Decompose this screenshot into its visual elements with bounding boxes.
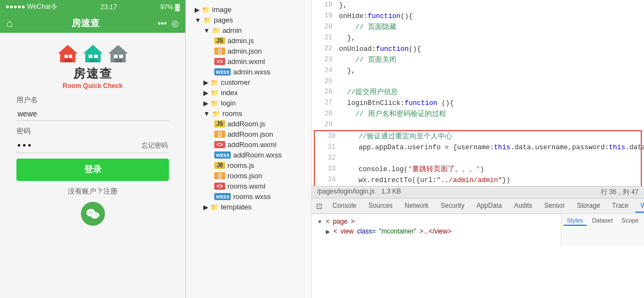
- tab-console[interactable]: Console: [327, 200, 362, 213]
- logo-area: 房速查 Room Quick Check: [57, 44, 129, 90]
- tree-item-admin-json[interactable]: {} admin.json: [186, 46, 311, 56]
- wxss-badge: wxss: [214, 151, 231, 159]
- home-icon[interactable]: ⌂: [7, 17, 13, 30]
- login-button[interactable]: 登录: [16, 159, 169, 181]
- code-line-31: 31 app.appData.userinfo = {username:this…: [315, 142, 641, 153]
- wxml-badge: <>: [214, 183, 225, 190]
- nav-icons: ••• ◎: [157, 18, 179, 28]
- status-battery: 97% ▓: [160, 3, 180, 11]
- tree-label: admin.wxss: [233, 68, 270, 76]
- js-badge: JS: [214, 120, 225, 127]
- code-line-28: 28 // 用户名和密码验证的过程: [312, 109, 644, 120]
- more-icon[interactable]: •••: [157, 19, 167, 28]
- wechat-icon[interactable]: [81, 202, 105, 226]
- code-line-22: 22 onUnload:function(){: [312, 44, 644, 55]
- wxml-badge: <>: [214, 58, 225, 65]
- register-text[interactable]: 没有账户？注册: [68, 186, 118, 196]
- chevron-right-icon: ▶: [203, 89, 208, 97]
- file-tree-panel: ▶ 📁 image ▼ 📁 pages ▼ 📁 admin JS admin.j…: [186, 0, 312, 298]
- styles-panel: Styles Dataset Scope: [561, 214, 644, 246]
- tab-sources[interactable]: Sources: [363, 200, 398, 213]
- highlight-block: 30 //验证通过重定向至个人中心 31 app.appData.userinf…: [314, 130, 642, 186]
- code-editor[interactable]: 18 }, 19 onHide:function(){ 20 // 页面隐藏 2…: [312, 0, 644, 186]
- styles-tab-scope[interactable]: Scope: [618, 216, 642, 226]
- tab-appdata[interactable]: AppData: [471, 200, 507, 213]
- folder-icon: 📁: [212, 27, 220, 34]
- wechat-area: [81, 202, 105, 226]
- tab-storage[interactable]: Storage: [572, 200, 606, 213]
- password-group: 密码 ••• 忘记密码: [16, 126, 169, 153]
- tree-item-admin-js[interactable]: JS admin.js: [186, 36, 311, 46]
- file-path: /pages/login/login.js: [317, 188, 374, 197]
- logo-cn: 房速查: [73, 66, 113, 82]
- tree-label: addRoom.js: [227, 120, 265, 128]
- username-input[interactable]: [16, 107, 169, 121]
- tree-item-rooms[interactable]: ▼ 📁 rooms: [186, 108, 311, 119]
- triangle-icon[interactable]: ▶: [326, 229, 330, 235]
- tree-label: image: [212, 5, 231, 14]
- tree-label: addRoom.wxss: [233, 151, 282, 159]
- tree-item-login[interactable]: ▶ 📁 login: [186, 98, 311, 108]
- tree-item-rooms-js[interactable]: J8 rooms.js: [186, 160, 311, 171]
- tab-security[interactable]: Security: [435, 200, 470, 213]
- wxss-badge: wxss: [214, 193, 231, 200]
- tree-item-customer[interactable]: ▶ 📁 customer: [186, 77, 311, 87]
- code-line-19: 19 onHide:function(){: [312, 11, 644, 22]
- folder-icon: 📁: [202, 6, 210, 14]
- tree-item-rooms-wxml[interactable]: <> rooms.wxml: [186, 181, 311, 191]
- tree-label: index: [221, 89, 238, 97]
- tree-item-admin-wxss[interactable]: wxss admin.wxss: [186, 67, 311, 77]
- tree-label: admin: [223, 26, 242, 34]
- tree-label: admin.js: [227, 37, 254, 45]
- tree-item-image[interactable]: ▶ 📁 image: [186, 4, 311, 15]
- triangle-icon[interactable]: ▼: [317, 219, 323, 225]
- tab-sensor[interactable]: Sensor: [539, 200, 571, 213]
- tab-audits[interactable]: Audits: [508, 200, 537, 213]
- tree-item-rooms-json[interactable]: {} rooms.json: [186, 171, 311, 181]
- svg-rect-12: [114, 55, 118, 58]
- tree-item-rooms-wxss[interactable]: wxss rooms.wxss: [186, 191, 311, 202]
- tree-item-addroom-wxss[interactable]: wxss addRoom.wxss: [186, 150, 311, 160]
- nav-title: 房速查: [72, 17, 99, 30]
- chevron-down-icon: ▼: [195, 16, 201, 24]
- code-line-34: 34 wx.redirectTo({url:"../admin/admin"}): [315, 175, 641, 186]
- wxml-badge: <>: [214, 141, 225, 148]
- password-dots: •••: [17, 141, 33, 150]
- code-line-20: 20 // 页面隐藏: [312, 22, 644, 33]
- tree-item-pages[interactable]: ▼ 📁 pages: [186, 15, 311, 25]
- username-group: 用户名: [16, 95, 169, 121]
- tree-item-index[interactable]: ▶ 📁 index: [186, 87, 311, 98]
- styles-tab-styles[interactable]: Styles: [564, 216, 587, 226]
- tree-item-admin-wxml[interactable]: <> admin.wxml: [186, 56, 311, 67]
- phone-status-bar: ●●●●● WeChat令 23:17 97% ▓: [0, 0, 185, 14]
- code-line-29: 29: [312, 120, 644, 130]
- js-badge: JS: [214, 37, 225, 44]
- tree-label: customer: [221, 78, 250, 86]
- code-line-26: 26 //提交用户信息: [312, 87, 644, 98]
- devtools-panel-icon: ⊡: [316, 202, 323, 211]
- tab-network[interactable]: Network: [399, 200, 434, 213]
- tab-wxml[interactable]: Wxml: [635, 200, 644, 213]
- tree-label: addRoom.json: [227, 130, 273, 138]
- password-label: 密码: [16, 126, 169, 136]
- devtools-wxml-content: ▼ <page> ▶ <view class="mcontainer">...<…: [312, 214, 561, 247]
- tree-item-addroom-wxml[interactable]: <> addRoom.wxml: [186, 139, 311, 150]
- tree-item-addroom-js[interactable]: JS addRoom.js: [186, 119, 311, 129]
- chevron-right-icon: ▶: [203, 79, 208, 86]
- forgot-link[interactable]: 忘记密码: [142, 141, 168, 150]
- json-badge: {}: [214, 172, 225, 179]
- tree-item-addroom-json[interactable]: {} addRoom.json: [186, 129, 311, 139]
- chevron-right-icon: ▶: [203, 203, 208, 211]
- styles-tab-dataset[interactable]: Dataset: [589, 216, 616, 226]
- tree-item-templates[interactable]: ▶ 📁 templates: [186, 202, 311, 212]
- settings-icon[interactable]: ◎: [171, 18, 179, 28]
- folder-icon: 📁: [210, 203, 219, 211]
- chevron-right-icon: ▶: [195, 6, 200, 14]
- tree-label: admin.wxml: [227, 57, 265, 66]
- folder-icon: 📁: [210, 79, 219, 86]
- tab-trace[interactable]: Trace: [607, 200, 634, 213]
- folder-icon: 📁: [210, 89, 219, 97]
- svg-rect-7: [89, 55, 92, 58]
- tree-label: rooms.wxml: [227, 182, 265, 190]
- tree-item-admin[interactable]: ▼ 📁 admin: [186, 25, 311, 36]
